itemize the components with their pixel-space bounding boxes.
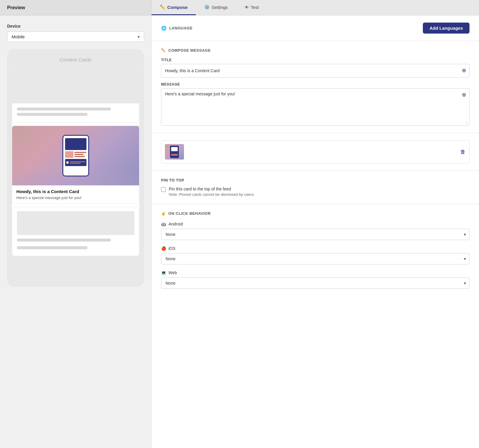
web-platform-row: 💻 Web None Open URL Deep Link Custom ▾ (161, 270, 469, 289)
title-plus-icon[interactable]: ⊕ (462, 67, 466, 74)
card-featured-body: Howdy, this is a Content Card Here's a s… (12, 185, 139, 204)
web-select-wrap: None Open URL Deep Link Custom ▾ (161, 277, 469, 289)
android-label: 🤖 Android (161, 222, 469, 226)
android-icon: 🤖 (161, 222, 166, 226)
laptop-icon: 💻 (161, 270, 166, 275)
card-bottom-line-2 (17, 246, 87, 249)
illus-lines (74, 151, 86, 158)
phone-illustration (62, 135, 89, 176)
chevron-down-icon: ▾ (138, 34, 140, 39)
pin-checkbox-label: Pin this card to the top of the feed (169, 187, 255, 191)
device-select-value: Mobile (12, 34, 138, 39)
gear-icon: ⚙️ (204, 4, 210, 10)
language-section: 🌐 LANGUAGE Add Languages (152, 15, 479, 41)
card-bottom-line-1 (17, 239, 111, 242)
nav-tabs: ✏️ Compose ⚙️ Settings 👁 Test (152, 0, 267, 15)
illus-bline-1 (70, 161, 85, 162)
resize-handle-icon: ⤡ (466, 122, 468, 125)
android-platform-row: 🤖 Android None Open URL Deep Link Custom… (161, 222, 469, 240)
tab-compose[interactable]: ✏️ Compose (152, 0, 196, 15)
main-layout: Device Mobile ▾ Content Cards (0, 15, 479, 448)
card-bottom-img (17, 211, 134, 235)
pencil-icon: ✏️ (160, 4, 166, 10)
illus-bottom (65, 159, 86, 166)
title-field-label: TITLE (161, 58, 469, 62)
image-thumbnail (165, 144, 184, 160)
tab-settings[interactable]: ⚙️ Settings (196, 0, 236, 15)
card-featured: Howdy, this is a Content Card Here's a s… (12, 126, 139, 204)
illus-line-2 (74, 154, 84, 155)
card-featured-title: Howdy, this is a Content Card (16, 189, 135, 194)
pin-heading: PIN TO TOP (161, 178, 469, 182)
compose-section: ✏️ COMPOSE MESSAGE TITLE ⊕ MESSAGE ⊕ ⤡ (152, 41, 479, 133)
phone-inner: Howdy, this is a Content Card Here's a s… (12, 67, 139, 256)
card-line-2 (17, 113, 87, 116)
illus-square (65, 151, 73, 158)
compose-message-label: ✏️ COMPOSE MESSAGE (161, 48, 469, 53)
apple-icon: 🍎 (161, 246, 166, 251)
illus-row (65, 151, 86, 158)
pin-checkbox-label-group: Pin this card to the top of the feed Not… (169, 187, 255, 197)
title-input[interactable] (161, 64, 469, 77)
add-languages-button[interactable]: Add Languages (423, 23, 469, 34)
left-panel: Device Mobile ▾ Content Cards (0, 15, 152, 448)
message-input[interactable] (161, 89, 469, 124)
pin-section: PIN TO TOP Pin this card to the top of t… (152, 171, 479, 204)
thumb-bottom-strip (171, 154, 178, 156)
language-label: 🌐 LANGUAGE (161, 26, 193, 31)
android-select[interactable]: None Open URL Deep Link Custom (161, 229, 469, 240)
pencil-compose-icon: ✏️ (161, 48, 166, 53)
illus-blines (70, 161, 85, 164)
onclick-heading: ☝ ON CLICK BEHAVIOR (161, 211, 469, 216)
preview-title: Preview (0, 0, 152, 15)
language-row: 🌐 LANGUAGE Add Languages (161, 23, 469, 34)
right-panel: 🌐 LANGUAGE Add Languages ✏️ COMPOSE MESS… (152, 15, 479, 448)
illus-line-1 (74, 152, 86, 153)
device-select[interactable]: Mobile ▾ (7, 31, 144, 42)
device-label: Device (7, 24, 144, 29)
ios-label: 🍎 iOS (161, 246, 469, 251)
card-bottom-lines (17, 239, 134, 252)
ios-select[interactable]: None Open URL Deep Link Custom (161, 253, 469, 264)
image-section: 🗑 (152, 133, 479, 171)
title-input-wrap: ⊕ (161, 64, 469, 78)
card-featured-desc: Here's a special message just for you! (16, 195, 135, 200)
pin-checkbox-row: Pin this card to the top of the feed Not… (161, 187, 469, 197)
onclick-section: ☝ ON CLICK BEHAVIOR 🤖 Android None Open … (152, 204, 479, 302)
cursor-icon: ☝ (161, 211, 166, 216)
image-upload-area: 🗑 (161, 140, 469, 163)
illus-line-3 (74, 156, 85, 157)
thumb-screen (171, 147, 178, 151)
web-label: 💻 Web (161, 270, 469, 275)
phone-mockup: Content Cards (7, 49, 144, 287)
illus-bline-2 (70, 163, 81, 164)
message-plus-icon[interactable]: ⊕ (462, 92, 466, 98)
illus-screen (65, 138, 86, 150)
message-field-label: MESSAGE (161, 82, 469, 86)
delete-image-icon[interactable]: 🗑 (460, 149, 466, 155)
phone-header-label: Content Cards (12, 54, 139, 67)
ios-platform-row: 🍎 iOS None Open URL Deep Link Custom ▾ (161, 246, 469, 264)
message-input-wrap: ⊕ ⤡ (161, 88, 469, 126)
tab-test[interactable]: 👁 Test (236, 0, 267, 15)
card-image-placeholder (12, 68, 139, 103)
web-select[interactable]: None Open URL Deep Link Custom (161, 277, 469, 289)
card-line-1 (17, 108, 111, 111)
card-placeholder-1 (12, 67, 139, 123)
card-lines (12, 103, 139, 122)
illus-dot (66, 161, 69, 164)
ios-select-wrap: None Open URL Deep Link Custom ▾ (161, 253, 469, 264)
thumb-phone-illus (170, 146, 179, 158)
globe-icon: 🌐 (161, 26, 167, 31)
pin-checkbox-note: Note: Pinned cards cannot be dismissed b… (169, 192, 255, 197)
top-nav: Preview ✏️ Compose ⚙️ Settings 👁 Test (0, 0, 479, 15)
eye-icon: 👁 (245, 5, 249, 10)
pin-checkbox[interactable] (161, 187, 166, 192)
card-placeholder-3 (12, 207, 139, 256)
android-select-wrap: None Open URL Deep Link Custom ▾ (161, 229, 469, 240)
card-featured-image (12, 126, 139, 185)
preview-title-text: Preview (7, 5, 25, 10)
